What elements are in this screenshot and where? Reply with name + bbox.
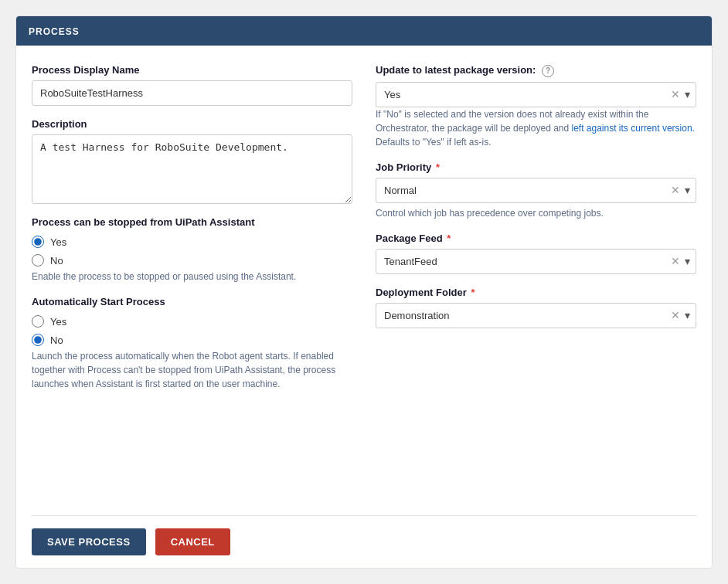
folder-group: Deployment Folder * Demonstration ✕ ▾: [376, 287, 696, 328]
auto-start-group: Automatically Start Process Yes No Launc…: [32, 296, 352, 391]
description-label: Description: [32, 118, 352, 130]
stoppable-yes-item[interactable]: Yes: [32, 236, 352, 248]
priority-select[interactable]: Normal Low High: [376, 178, 696, 203]
update-select[interactable]: Yes No: [376, 82, 696, 107]
card-title: PROCESS: [29, 26, 80, 37]
card-body: Process Display Name Description A test …: [16, 46, 712, 515]
process-card: PROCESS Process Display Name Description…: [15, 15, 713, 569]
update-info: If "No" is selected and the version does…: [376, 107, 696, 149]
update-chevron-icon: ▾: [685, 89, 690, 100]
update-select-wrapper: Yes No ✕ ▾: [376, 82, 696, 107]
auto-start-hint: Launch the process automatically when th…: [32, 349, 352, 391]
page-wrapper: PROCESS Process Display Name Description…: [0, 0, 728, 584]
save-process-button[interactable]: SAVE PROCESS: [32, 528, 146, 555]
stoppable-group: Process can be stopped from UiPath Assis…: [32, 216, 352, 284]
feed-group: Package Feed * TenantFeed ✕ ▾: [376, 233, 696, 274]
folder-chevron-icon: ▾: [685, 310, 690, 321]
auto-start-no-radio[interactable]: [32, 334, 44, 346]
folder-label: Deployment Folder *: [376, 287, 696, 298]
feed-clear-icon[interactable]: ✕: [671, 256, 680, 267]
folder-select[interactable]: Demonstration: [376, 303, 696, 328]
stoppable-yes-radio[interactable]: [32, 236, 44, 248]
footer: SAVE PROCESS CANCEL: [16, 516, 712, 568]
stoppable-no-label: No: [50, 255, 63, 267]
auto-start-no-item[interactable]: No: [32, 334, 352, 346]
update-help-icon[interactable]: ?: [542, 65, 554, 77]
auto-start-radio-group: Yes No: [32, 315, 352, 346]
feed-label: Package Feed *: [376, 233, 696, 244]
feed-required: *: [447, 233, 451, 244]
stoppable-yes-label: Yes: [50, 236, 66, 248]
priority-required: *: [436, 161, 440, 173]
folder-required: *: [471, 287, 475, 298]
auto-start-label: Automatically Start Process: [32, 296, 352, 307]
stoppable-no-item[interactable]: No: [32, 254, 352, 267]
cancel-button[interactable]: CANCEL: [155, 528, 230, 555]
card-header: PROCESS: [16, 16, 712, 46]
auto-start-yes-label: Yes: [50, 316, 66, 328]
priority-select-wrapper: Normal Low High ✕ ▾: [376, 178, 696, 203]
left-column: Process Display Name Description A test …: [32, 64, 352, 497]
display-name-group: Process Display Name: [32, 64, 352, 106]
folder-clear-icon[interactable]: ✕: [671, 310, 680, 321]
priority-chevron-icon: ▾: [685, 185, 690, 195]
right-column: Update to latest package version: ? Yes …: [376, 64, 696, 497]
description-group: Description A test Harness for RoboSuite…: [32, 118, 352, 204]
stoppable-radio-group: Yes No: [32, 236, 352, 267]
auto-start-yes-radio[interactable]: [32, 315, 44, 328]
feed-select[interactable]: TenantFeed: [376, 249, 696, 274]
stoppable-no-radio[interactable]: [32, 254, 44, 267]
update-label: Update to latest package version: ?: [376, 64, 696, 77]
feed-select-wrapper: TenantFeed ✕ ▾: [376, 249, 696, 274]
stoppable-label: Process can be stopped from UiPath Assis…: [32, 216, 352, 228]
priority-clear-icon[interactable]: ✕: [671, 185, 680, 195]
priority-hint: Control which job has precedence over co…: [376, 206, 696, 220]
display-name-label: Process Display Name: [32, 64, 352, 76]
display-name-input[interactable]: [32, 80, 352, 106]
update-clear-icon[interactable]: ✕: [671, 89, 680, 100]
priority-group: Job Priority * Normal Low High ✕ ▾: [376, 161, 696, 220]
priority-label: Job Priority *: [376, 161, 696, 173]
update-group: Update to latest package version: ? Yes …: [376, 64, 696, 149]
feed-chevron-icon: ▾: [685, 256, 690, 267]
description-textarea[interactable]: A test Harness for RoboSuite Development…: [32, 134, 352, 204]
auto-start-yes-item[interactable]: Yes: [32, 315, 352, 328]
auto-start-no-label: No: [50, 334, 63, 346]
stoppable-hint: Enable the process to be stopped or paus…: [32, 270, 352, 284]
folder-select-wrapper: Demonstration ✕ ▾: [376, 303, 696, 328]
